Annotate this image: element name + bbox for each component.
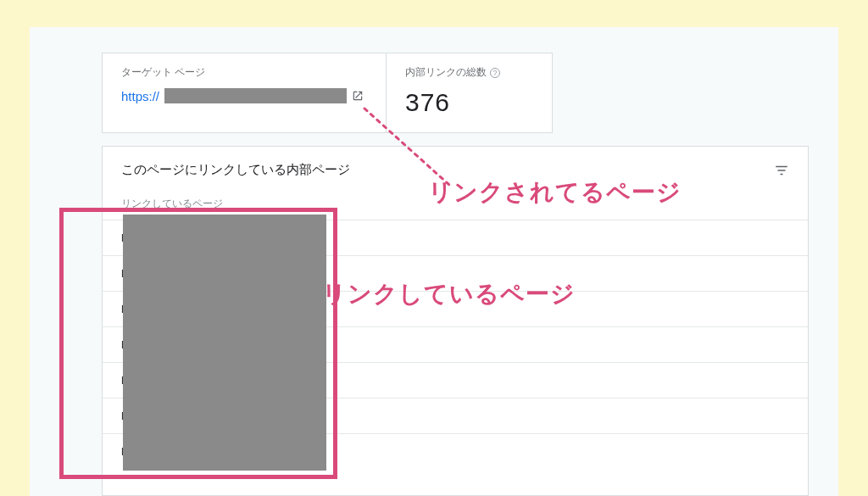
internal-link-count-cell: 内部リンクの総数 ? 376 (387, 53, 552, 132)
external-link-icon (352, 90, 364, 102)
url-redacted (164, 88, 347, 103)
target-page-url[interactable]: https:// (121, 88, 367, 103)
url-prefix: https:// (121, 89, 159, 103)
target-page-label: ターゲット ページ (121, 65, 367, 80)
list-item[interactable]: https:// (103, 398, 808, 433)
summary-row: ターゲット ページ https:// 内部リンクの総数 ? 376 (102, 53, 553, 133)
list-item[interactable]: https:// (103, 326, 808, 362)
count-value: 376 (405, 88, 533, 117)
filter-icon[interactable] (774, 163, 789, 178)
annotation-linked-page: リンクされてるページ (428, 176, 682, 209)
list-item[interactable]: https:// (103, 362, 808, 398)
linking-pages-list: https:// https:// https:// https:// http… (103, 220, 808, 469)
app-canvas: ターゲット ページ https:// 内部リンクの総数 ? 376 このページに… (30, 27, 838, 496)
help-icon[interactable]: ? (490, 68, 500, 78)
panel-title: このページにリンクしている内部ページ (121, 162, 350, 178)
list-item[interactable]: https:// (103, 220, 808, 255)
list-item[interactable]: https:// (103, 433, 808, 469)
target-page-cell: ターゲット ページ https:// (103, 53, 387, 132)
annotation-linking-page: リンクしているページ (322, 278, 576, 310)
count-label: 内部リンクの総数 ? (405, 65, 533, 80)
